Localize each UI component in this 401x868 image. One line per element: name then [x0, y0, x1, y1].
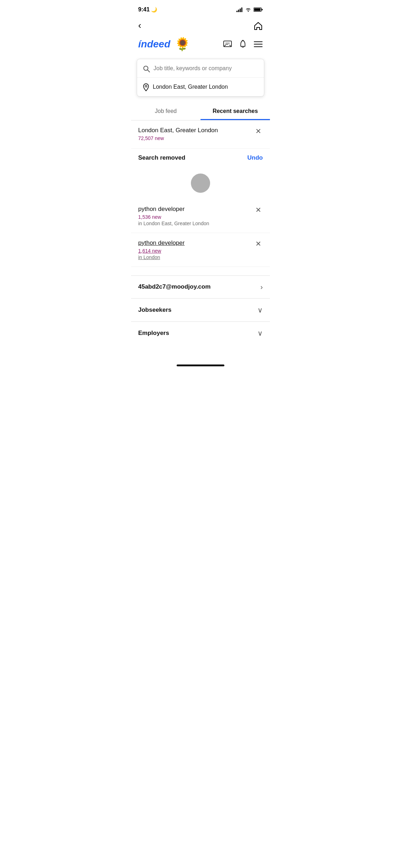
search-item-1: London East, Greater London 72,507 new ✕	[131, 120, 270, 149]
status-icons	[236, 7, 263, 12]
search-item-3: python developer 1,614 new in London ✕	[131, 233, 270, 267]
svg-point-4	[248, 11, 249, 12]
tab-recent-searches[interactable]: Recent searches	[200, 102, 270, 120]
email-chevron-icon: ›	[260, 283, 263, 291]
jobseekers-row[interactable]: Jobseekers ∨	[131, 298, 270, 321]
search-removed-bar: Search removed Undo	[131, 149, 270, 167]
app-header: índeed 🌻	[131, 35, 270, 56]
svg-rect-0	[236, 11, 238, 12]
employers-chevron-icon: ∨	[257, 329, 263, 337]
search-icon	[143, 64, 150, 72]
search-item-2-title[interactable]: python developer	[138, 206, 254, 213]
employers-row[interactable]: Employers ∨	[131, 321, 270, 345]
tab-job-feed[interactable]: Job feed	[131, 102, 200, 120]
indeed-logo: índeed	[138, 38, 170, 50]
status-bar: 9:41 🌙	[131, 0, 270, 17]
location-row: London East, Greater London	[137, 78, 264, 96]
back-button[interactable]: ‹	[138, 20, 141, 31]
top-nav: ‹	[131, 17, 270, 35]
svg-rect-1	[238, 10, 239, 12]
wifi-icon	[245, 7, 251, 12]
search-item-3-title[interactable]: python developer	[138, 239, 254, 247]
email-label: 45abd2c7@moodjoy.com	[138, 283, 210, 290]
header-left: índeed 🌻	[138, 37, 191, 52]
search-item-2-count: 1,536 new	[138, 214, 254, 220]
job-search-input[interactable]	[153, 65, 258, 72]
moon-icon: 🌙	[151, 7, 157, 12]
search-item-2-location: in London East, Greater London	[138, 221, 254, 226]
remove-search-3-button[interactable]: ✕	[254, 239, 263, 248]
battery-icon	[254, 7, 263, 12]
search-item-1-count: 72,507 new	[138, 135, 254, 141]
svg-point-17	[145, 85, 147, 87]
remove-search-2-button[interactable]: ✕	[254, 206, 263, 214]
search-item-1-info: London East, Greater London 72,507 new	[138, 127, 254, 142]
search-item-3-count: 1,614 new	[138, 248, 254, 254]
location-pin-icon	[143, 83, 149, 91]
signal-icon	[236, 7, 243, 12]
tab-bar: Job feed Recent searches	[131, 102, 270, 120]
indeed-logo-text: índeed	[138, 38, 170, 50]
search-item-3-location: in London	[138, 254, 254, 260]
svg-rect-6	[254, 9, 261, 11]
ghost-circle	[191, 174, 210, 193]
svg-line-16	[147, 70, 150, 72]
menu-icon[interactable]	[254, 41, 263, 48]
search-item-1-title[interactable]: London East, Greater London	[138, 127, 254, 134]
search-item-3-info: python developer 1,614 new in London	[138, 239, 254, 260]
search-row	[137, 59, 264, 78]
home-indicator	[131, 359, 270, 369]
email-row[interactable]: 45abd2c7@moodjoy.com ›	[131, 275, 270, 298]
search-item-2: python developer 1,536 new in London Eas…	[131, 199, 270, 233]
employers-label: Employers	[138, 330, 169, 337]
svg-rect-3	[241, 7, 243, 12]
jobseekers-chevron-icon: ∨	[257, 306, 263, 314]
message-icon[interactable]	[223, 40, 232, 48]
undo-button[interactable]: Undo	[248, 154, 263, 161]
svg-rect-2	[240, 9, 241, 12]
search-removed-text: Search removed	[138, 154, 185, 161]
home-indicator-bar	[177, 365, 224, 366]
remove-search-1-button[interactable]: ✕	[254, 127, 263, 135]
recent-searches-content: London East, Greater London 72,507 new ✕…	[131, 120, 270, 267]
home-button[interactable]	[254, 21, 263, 30]
ghost-removed-item	[131, 167, 270, 199]
search-container: London East, Greater London	[137, 59, 264, 97]
header-right	[223, 40, 263, 49]
jobseekers-label: Jobseekers	[138, 306, 172, 314]
svg-rect-7	[262, 9, 263, 10]
notification-icon[interactable]	[239, 40, 247, 49]
location-text: London East, Greater London	[153, 84, 228, 90]
status-time: 9:41	[138, 6, 150, 13]
sunflower-emoji: 🌻	[175, 37, 191, 52]
footer: 45abd2c7@moodjoy.com › Jobseekers ∨ Empl…	[131, 275, 270, 345]
search-item-2-info: python developer 1,536 new in London Eas…	[138, 206, 254, 226]
